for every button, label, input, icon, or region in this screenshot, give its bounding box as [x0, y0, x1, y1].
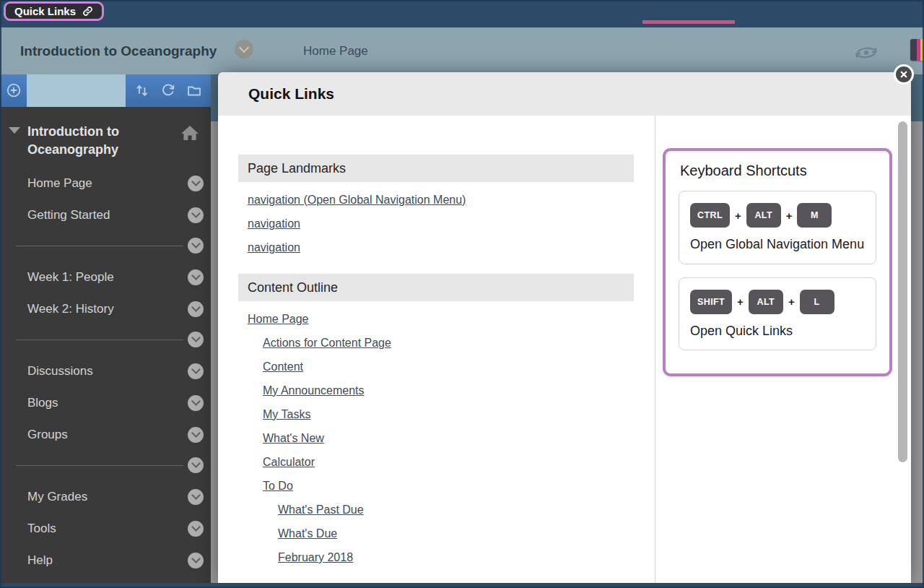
view-mode-toggle[interactable] [27, 74, 126, 107]
top-navigation-bar: Quick Links [0, 0, 924, 27]
link-what-s-new[interactable]: What's New [263, 431, 324, 446]
section-header: Page Landmarks [238, 155, 634, 182]
sidebar-item-label: Week 2: History [27, 302, 114, 316]
chevron-down-icon[interactable] [188, 332, 204, 347]
sidebar-divider [0, 325, 211, 355]
sidebar-course-title-row[interactable]: Introduction to Oceanography [0, 107, 211, 168]
sidebar-item-label: Help [27, 553, 53, 568]
sidebar-item-home-page[interactable]: Home Page [0, 168, 211, 199]
keyboard-shortcuts-title: Keyboard Shortcuts [680, 163, 876, 179]
shortcut-list: CTRL+ALT+MOpen Global Navigation MenuSHI… [679, 191, 876, 350]
link-navigation[interactable]: navigation [248, 217, 300, 231]
sidebar-item-getting-started[interactable]: Getting Started [0, 199, 211, 231]
divider-line [16, 246, 183, 246]
sidebar-item-week-2-history[interactable]: Week 2: History [0, 293, 211, 325]
chevron-down-icon[interactable] [188, 238, 204, 254]
sidebar-item-tools[interactable]: Tools [0, 513, 211, 545]
sidebar-item-label: Home Page [27, 176, 92, 191]
refresh-icon[interactable] [160, 82, 176, 98]
chevron-down-icon[interactable] [188, 301, 204, 317]
link-home-page[interactable]: Home Page [248, 312, 309, 327]
sidebar-divider [0, 451, 211, 481]
modal-title: Quick Links [218, 72, 911, 116]
modal-scrollbar-thumb[interactable] [898, 121, 907, 462]
close-icon[interactable] [894, 64, 914, 85]
sidebar-item-discussions[interactable]: Discussions [0, 355, 211, 387]
sidebar-item-help[interactable]: Help [0, 545, 211, 576]
link-content[interactable]: Content [263, 360, 303, 374]
blackboard-course-page: Quick Links Introduction to Oceanography… [0, 0, 924, 588]
sidebar-item-blogs[interactable]: Blogs [0, 387, 211, 419]
key-separator: + [735, 209, 741, 222]
chevron-down-icon[interactable] [188, 395, 204, 411]
link-calculator[interactable]: Calculator [263, 455, 315, 470]
add-icon[interactable] [6, 82, 22, 98]
keycap-shift: SHIFT [690, 290, 732, 314]
link-icon [82, 6, 93, 17]
sidebar-item-label: Groups [27, 428, 68, 442]
student-preview-icon[interactable] [852, 42, 881, 62]
key-separator: + [737, 295, 744, 308]
section-links: navigation (Open Global Navigation Menu)… [238, 193, 634, 255]
link-what-s-past-due[interactable]: What's Past Due [278, 503, 364, 517]
sidebar-item-week-1-people[interactable]: Week 1: People [0, 261, 211, 293]
quick-links-button[interactable]: Quick Links [4, 1, 104, 21]
course-menu-toolbar [0, 74, 211, 107]
chevron-down-icon[interactable] [188, 427, 204, 443]
folder-icon[interactable] [186, 82, 202, 98]
caret-down-icon [9, 127, 20, 134]
sidebar-item-label: Getting Started [27, 208, 110, 222]
sort-icon[interactable] [134, 82, 150, 98]
course-title: Introduction to Oceanography [20, 27, 217, 74]
shortcuts-column: Keyboard Shortcuts CTRL+ALT+MOpen Global… [655, 116, 911, 583]
keycap-ctrl: CTRL [690, 203, 730, 228]
shortcut-card-open-quick-links: SHIFT+ALT+LOpen Quick Links [679, 277, 876, 351]
chevron-down-icon[interactable] [188, 457, 204, 473]
shortcut-keys: SHIFT+ALT+L [690, 290, 865, 314]
sidebar-item-label: Blogs [27, 396, 58, 410]
sidebar-item-label: Tools [27, 522, 56, 536]
link-february-2018[interactable]: February 2018 [278, 550, 353, 565]
sidebar-course-title: Introduction to Oceanography [25, 123, 180, 159]
breadcrumb-page-title: Home Page [303, 27, 368, 74]
link-actions-for-content-page[interactable]: Actions for Content Page [263, 336, 391, 350]
section-links: Home PageActions for Content PageContent… [238, 312, 634, 565]
keycap-alt: ALT [749, 290, 783, 314]
chevron-down-icon[interactable] [188, 176, 204, 191]
quick-links-button-label: Quick Links [14, 5, 76, 17]
key-separator: + [788, 295, 795, 308]
course-menu-sidebar: Introduction to Oceanography Home PageGe… [0, 74, 211, 588]
modal-body: Page Landmarksnavigation (Open Global Na… [218, 116, 911, 583]
chevron-down-icon[interactable] [188, 521, 204, 537]
palette-icon[interactable] [910, 39, 924, 61]
link-to-do[interactable]: To Do [263, 479, 293, 493]
chevron-down-icon[interactable] [188, 363, 204, 379]
chevron-down-icon[interactable] [188, 207, 204, 223]
keycap-alt: ALT [746, 203, 781, 228]
link-my-announcements[interactable]: My Announcements [263, 384, 365, 398]
page-footer-band [0, 583, 924, 588]
shortcut-description: Open Global Navigation Menu [690, 235, 865, 254]
sidebar-item-groups[interactable]: Groups [0, 419, 211, 451]
sidebar-nav: Introduction to Oceanography Home PageGe… [0, 107, 211, 576]
course-header: Introduction to Oceanography Home Page [0, 27, 924, 74]
section-content-outline: Content OutlineHome PageActions for Cont… [238, 274, 634, 565]
keyboard-shortcuts-panel: Keyboard Shortcuts CTRL+ALT+MOpen Global… [663, 148, 892, 376]
chevron-down-icon[interactable] [188, 553, 204, 568]
keycap-m: M [797, 203, 832, 228]
link-what-s-due[interactable]: What's Due [278, 527, 337, 541]
course-menu-chevron-down-icon[interactable] [235, 40, 253, 59]
link-my-tasks[interactable]: My Tasks [263, 407, 310, 422]
divider-line [16, 340, 183, 340]
divider-line [16, 465, 183, 466]
sidebar-items: Home PageGetting StartedWeek 1: PeopleWe… [0, 168, 211, 576]
link-navigation-open-global-navigation-menu[interactable]: navigation (Open Global Navigation Menu) [248, 193, 466, 207]
chevron-down-icon[interactable] [188, 269, 204, 285]
sidebar-item-my-grades[interactable]: My Grades [0, 481, 211, 513]
chevron-down-icon[interactable] [188, 489, 204, 505]
link-navigation[interactable]: navigation [248, 241, 300, 255]
sidebar-item-label: Week 1: People [27, 270, 114, 285]
shortcut-keys: CTRL+ALT+M [690, 203, 865, 228]
palette-swatch [910, 39, 917, 61]
sidebar-divider [0, 231, 211, 261]
